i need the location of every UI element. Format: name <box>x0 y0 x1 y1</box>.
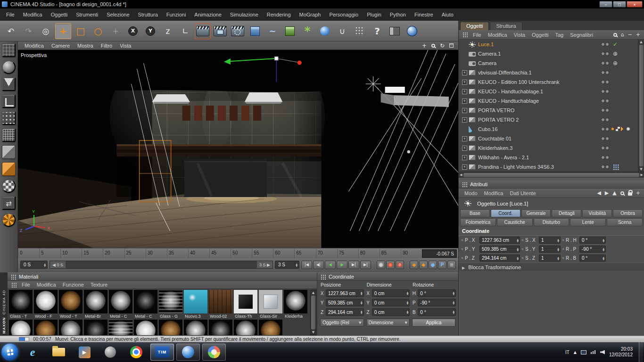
live-selection-button[interactable]: ◎ <box>38 23 54 39</box>
materials-header[interactable]: Materiali <box>8 273 317 281</box>
prev-frame-button[interactable]: ◀ <box>325 261 336 269</box>
menu-item[interactable]: Funzioni <box>162 8 190 21</box>
expand-toggle[interactable] <box>462 124 467 134</box>
add-deformer-button[interactable] <box>317 23 333 39</box>
menu-item[interactable]: Struttura <box>134 8 162 21</box>
object-tree-hscrollbar[interactable]: ◀ ▶ <box>459 172 644 178</box>
collapse-icon[interactable]: − <box>628 32 632 38</box>
material-item[interactable]: Nuovo.3 <box>184 290 208 319</box>
viewport-menu-item[interactable]: Vista <box>116 41 135 50</box>
taskbar-clock[interactable]: 20:03 12/02/2012 <box>609 346 635 358</box>
object-label[interactable]: vbvisual-Diffenbachia.1 <box>478 70 600 75</box>
toggle-view-icon[interactable] <box>449 43 454 48</box>
attribute-tab[interactable]: Base <box>460 209 490 217</box>
search-icon[interactable] <box>613 33 617 37</box>
object-manager-menu-item[interactable]: Modifica <box>485 30 511 40</box>
scrollbar-thumb[interactable] <box>311 296 315 329</box>
rotation-field[interactable]: 0 ° ▲▼ <box>579 237 606 244</box>
menu-item[interactable]: Simulazione <box>226 8 263 21</box>
coordinate-section-header[interactable]: Coordinate <box>459 227 644 236</box>
add-spline-button[interactable]: ~ <box>264 23 281 39</box>
visibility-dots[interactable] <box>600 115 611 124</box>
object-tree-row[interactable]: Wilkhahn - Avera - 2.1 <box>459 153 638 162</box>
material-thumbnail[interactable] <box>234 320 257 335</box>
display-mode-button[interactable] <box>387 23 403 39</box>
object-tag[interactable] <box>611 134 638 143</box>
search-icon[interactable] <box>620 191 624 195</box>
workplane-mode-icon[interactable] <box>2 94 16 108</box>
taskbar-chrome-button[interactable] <box>124 344 148 361</box>
expand-toggle[interactable] <box>462 68 467 77</box>
spinner-icon[interactable]: ▲▼ <box>453 310 454 314</box>
maximize-button[interactable]: □ <box>613 1 626 8</box>
material-thumbnail[interactable] <box>259 290 282 313</box>
visibility-dots[interactable] <box>600 124 611 134</box>
hidden-icons-arrow[interactable]: ▲ <box>574 350 577 354</box>
object-tag[interactable] <box>611 96 638 106</box>
attribute-tab[interactable]: Fotometrica <box>460 218 496 226</box>
attribute-tab[interactable]: Caustiche <box>497 218 533 226</box>
materials-menu-item[interactable]: Modifica <box>33 281 59 289</box>
scrollbar-thumb[interactable] <box>639 45 644 166</box>
object-tree-row[interactable]: PORTA VETRO <box>459 106 638 115</box>
spinner-icon[interactable]: ▲▼ <box>517 256 519 260</box>
visibility-dots[interactable] <box>600 96 611 106</box>
object-manager-menu-item[interactable]: Segnalibri <box>567 30 596 40</box>
material-thumbnail[interactable] <box>234 290 257 313</box>
material-item[interactable] <box>184 320 208 335</box>
object-tree-row[interactable]: Cubo.16 <box>459 124 638 134</box>
object-label[interactable]: Kleiderhaken.3 <box>478 145 600 151</box>
spinner-icon[interactable]: ▲▼ <box>44 263 46 267</box>
visibility-dots[interactable] <box>600 134 611 143</box>
history-back-icon[interactable]: ◀ <box>597 190 601 196</box>
home-icon[interactable]: ⌂ <box>621 32 624 38</box>
object-manager-menu-item[interactable]: File <box>470 30 485 40</box>
spinner-icon[interactable]: ▲▼ <box>557 247 559 251</box>
material-thumbnail[interactable] <box>134 290 157 313</box>
material-thumbnail[interactable] <box>59 320 83 335</box>
spinner-icon[interactable]: ▲▼ <box>453 291 454 295</box>
rotation-field[interactable]: 0 ° ▲▼ <box>418 289 456 297</box>
lock-y-axis-button[interactable]: Y <box>142 23 158 39</box>
spinner-icon[interactable]: ▲▼ <box>517 239 519 242</box>
render-picture-viewer-button[interactable] <box>212 23 228 39</box>
edges-mode-icon[interactable] <box>2 128 16 142</box>
rotation-field[interactable]: -90 ° ▲▼ <box>579 246 606 253</box>
material-thumbnail[interactable] <box>209 290 232 313</box>
taskbar-media-button[interactable]: ▶ <box>73 344 96 361</box>
material-item[interactable] <box>84 320 108 335</box>
object-label[interactable]: Cubo.16 <box>478 126 600 132</box>
position-field[interactable]: 509.385 cm ▲▼ <box>326 299 364 306</box>
rotation-field[interactable]: 0 ° ▲▼ <box>418 308 456 316</box>
dimension-field[interactable]: 0 cm ▲▼ <box>372 289 410 297</box>
materials-scrollbar[interactable]: ▲ ▼ <box>310 290 316 335</box>
material-thumbnail[interactable] <box>209 320 232 335</box>
spinner-icon[interactable]: ▲▼ <box>453 301 454 304</box>
material-item[interactable]: Wood - T <box>59 290 83 319</box>
autokey-button[interactable] <box>386 261 395 269</box>
link-checkbox[interactable] <box>562 239 564 241</box>
taskbar-ie-button[interactable]: e <box>21 344 44 361</box>
object-label[interactable]: Wilkhahn - Avera - 2.1 <box>478 155 600 160</box>
taskbar-paint-button[interactable] <box>202 344 226 361</box>
scale-tool-button[interactable]: □ <box>73 23 89 39</box>
visibility-dots[interactable] <box>600 40 611 49</box>
redo-button[interactable]: ↷ <box>20 23 36 39</box>
key-scale-toggle[interactable]: ◆ <box>419 261 428 269</box>
spinner-icon[interactable]: ▲▼ <box>361 310 363 314</box>
material-thumbnail[interactable] <box>259 320 282 335</box>
spinner-icon[interactable]: ▲▼ <box>557 239 559 242</box>
dimension-mode-dropdown[interactable]: Dimensione▼ <box>366 319 410 327</box>
materials-menu-item[interactable]: File <box>18 281 33 289</box>
next-frame-button[interactable]: ▶| <box>348 261 359 269</box>
material-item[interactable]: Glass - G <box>159 290 183 319</box>
material-thumbnail[interactable] <box>34 290 58 313</box>
rotate-view-icon[interactable]: ↻ <box>440 42 445 49</box>
material-thumbnail[interactable] <box>159 290 182 313</box>
material-thumbnail[interactable] <box>109 290 132 313</box>
scroll-right-icon[interactable]: ▶ <box>641 173 643 177</box>
timeline-track[interactable]: ◀ 0 S 3 S ▶ <box>50 261 273 269</box>
material-item[interactable]: Glass-Th <box>234 290 258 319</box>
visibility-dots[interactable] <box>600 162 611 172</box>
object-tree-row[interactable]: Camera.1 <box>459 49 638 58</box>
